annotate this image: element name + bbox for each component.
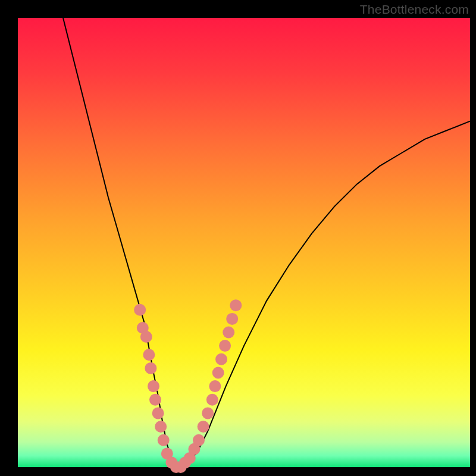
highlight-dot	[215, 353, 227, 365]
bottleneck-chart	[0, 0, 476, 476]
watermark-text: TheBottleneck.com	[360, 2, 469, 17]
highlight-dot	[230, 299, 242, 311]
highlight-dot	[145, 362, 156, 374]
highlight-dot	[206, 394, 218, 406]
highlight-dot	[148, 380, 159, 392]
highlight-dot	[149, 394, 161, 406]
chart-stage: TheBottleneck.com	[0, 0, 476, 476]
highlight-dot	[140, 331, 152, 343]
highlight-dot	[223, 327, 234, 339]
highlight-dot	[198, 421, 209, 433]
highlight-dot	[219, 340, 231, 352]
highlight-dot	[134, 304, 146, 316]
highlight-dot	[155, 421, 167, 433]
highlight-dot	[158, 434, 170, 446]
highlight-dot	[209, 380, 221, 392]
highlight-dot	[143, 349, 155, 361]
highlight-dot	[212, 367, 224, 379]
highlight-dot	[152, 407, 164, 419]
highlight-dot	[193, 434, 205, 446]
plot-background	[18, 18, 470, 467]
highlight-dot	[202, 407, 214, 419]
highlight-dot	[226, 313, 238, 325]
